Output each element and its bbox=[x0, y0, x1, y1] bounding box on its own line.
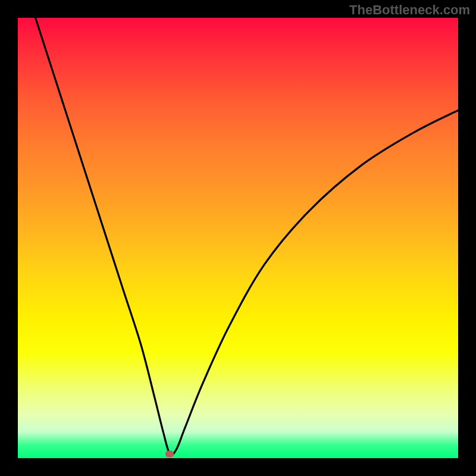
optimal-point-marker bbox=[165, 450, 174, 457]
attribution-text: TheBottleneck.com bbox=[349, 2, 470, 18]
bottleneck-curve bbox=[36, 18, 458, 455]
curve-svg bbox=[18, 18, 458, 458]
chart-frame: TheBottleneck.com bbox=[0, 0, 476, 476]
plot-area bbox=[18, 18, 458, 458]
